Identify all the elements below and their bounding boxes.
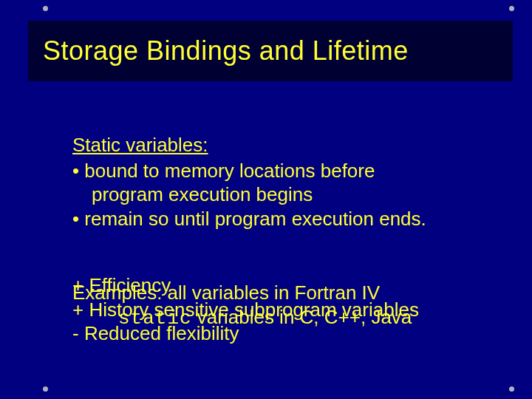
decor-dot-tr: [509, 6, 514, 11]
examples-line-2-tail: variables in C, C++, Java: [192, 306, 412, 328]
bullet-1: • bound to memory locations before: [72, 159, 502, 183]
overlap-block: + Efficiency + History sensitive subprog…: [72, 273, 502, 362]
decor-dot-tl: [43, 6, 48, 11]
bullet-2: • remain so until program execution ends…: [72, 207, 502, 231]
static-keyword: static: [118, 307, 192, 330]
overlap-layer-b: Examples: all variables in Fortran IV st…: [72, 281, 502, 330]
slide-content: Static variables: • bound to memory loca…: [72, 133, 502, 362]
section-heading: Static variables:: [72, 133, 502, 157]
bullet-1-cont: program execution begins: [72, 183, 502, 207]
title-box: Storage Bindings and Lifetime: [28, 21, 513, 81]
slide: Storage Bindings and Lifetime Static var…: [0, 0, 532, 399]
slide-title: Storage Bindings and Lifetime: [43, 35, 409, 66]
decor-dot-bl: [43, 386, 48, 392]
examples-line-1: Examples: all variables in Fortran IV: [72, 281, 502, 305]
decor-dot-br: [509, 386, 514, 392]
examples-line-2: static variables in C, C++, Java: [72, 305, 502, 331]
